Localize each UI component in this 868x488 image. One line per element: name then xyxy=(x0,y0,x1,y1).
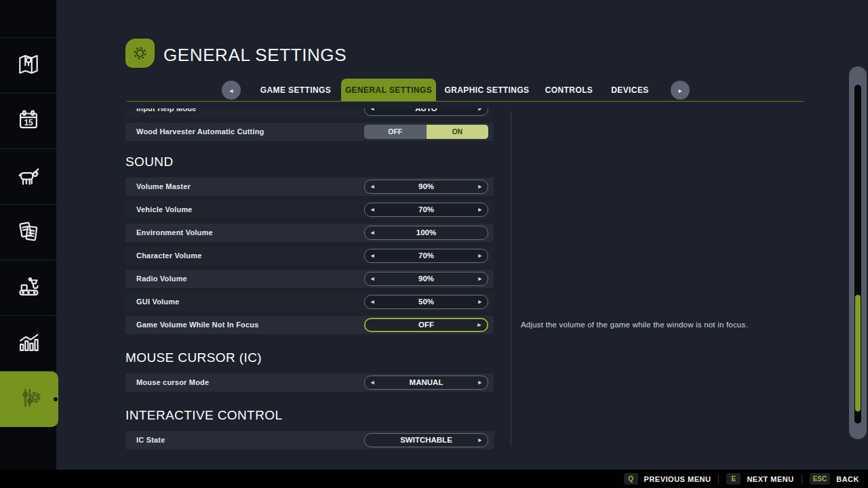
arrow-right-icon[interactable]: ▸ xyxy=(477,319,481,331)
scrollbar xyxy=(849,66,867,439)
selector-value: AUTO xyxy=(415,108,437,113)
setting-description-text: Adjust the volume of the game while the … xyxy=(521,321,819,329)
input-help-mode-selector[interactable]: ◂ AUTO ▸ xyxy=(364,108,488,116)
setting-label: Environment Volume xyxy=(136,224,213,242)
wood-harvester-toggle[interactable]: OFF ON xyxy=(364,125,488,139)
tabbar-underline xyxy=(127,101,804,102)
arrow-left-icon[interactable]: ◂ xyxy=(371,180,374,193)
arrow-right-icon[interactable]: ▸ xyxy=(478,180,481,193)
tab-general-settings[interactable]: GENERAL SETTINGS xyxy=(341,79,436,102)
selector-value: 50% xyxy=(418,298,434,306)
toggle-off-option[interactable]: OFF xyxy=(364,125,427,139)
setting-row-volume-master: Volume Master ◂ 90% ▸ xyxy=(125,178,494,196)
arrow-left-icon[interactable]: ◂ xyxy=(371,203,374,216)
arrow-left-icon[interactable]: ◂ xyxy=(371,226,374,239)
cow-icon xyxy=(16,163,41,191)
ic-state-selector[interactable]: SWITCHABLE ▸ xyxy=(364,433,488,447)
chevron-right-icon: ▸ xyxy=(678,87,682,94)
next-menu-label[interactable]: NEXT MENU xyxy=(747,475,793,483)
sidebar: 15 xyxy=(0,0,56,488)
tabs-prev-button[interactable]: ◂ xyxy=(222,81,241,100)
volume-master-selector[interactable]: ◂ 90% ▸ xyxy=(364,180,488,194)
gui-volume-selector[interactable]: ◂ 50% ▸ xyxy=(364,295,488,309)
arrow-right-icon[interactable]: ▸ xyxy=(478,272,481,285)
sidebar-item-calendar[interactable]: 15 xyxy=(0,94,56,149)
environment-volume-selector[interactable]: ◂ 100% xyxy=(364,226,488,240)
documents-icon xyxy=(16,218,41,247)
chevron-left-icon: ◂ xyxy=(229,87,233,94)
arrow-right-icon[interactable]: ▸ xyxy=(478,434,481,447)
game-volume-not-in-focus-selector[interactable]: OFF ▸ xyxy=(364,318,488,332)
selector-value: 90% xyxy=(418,182,434,190)
arrow-left-icon[interactable]: ◂ xyxy=(371,108,374,115)
vehicle-volume-selector[interactable]: ◂ 70% ▸ xyxy=(364,203,488,217)
gear-badge-icon xyxy=(125,39,155,68)
setting-label: Game Volume While Not In Focus xyxy=(136,316,259,334)
key-badge-q: Q xyxy=(624,473,638,485)
calendar-icon: 15 xyxy=(16,107,41,136)
arrow-right-icon[interactable]: ▸ xyxy=(478,376,481,389)
section-header-mouse-cursor: MOUSE CURSOR (IC) xyxy=(125,348,494,368)
arrow-right-icon[interactable]: ▸ xyxy=(478,296,481,308)
sidebar-item-map[interactable] xyxy=(0,38,56,94)
arrow-right-icon[interactable]: ▸ xyxy=(478,203,481,216)
arrow-left-icon[interactable]: ◂ xyxy=(371,296,374,308)
arrow-right-icon[interactable]: ▸ xyxy=(478,249,481,262)
radio-volume-selector[interactable]: ◂ 90% ▸ xyxy=(364,272,488,286)
settings-list[interactable]: Input Help Mode ◂ AUTO ▸ Wood Harvester … xyxy=(125,108,494,455)
sidebar-item-production[interactable] xyxy=(0,260,56,316)
sidebar-item-general-settings[interactable] xyxy=(0,371,58,427)
selector-value: OFF xyxy=(418,321,434,329)
footer-separator xyxy=(802,474,802,483)
sidebar-item-statistics[interactable] xyxy=(0,316,56,371)
setting-label: Volume Master xyxy=(136,178,191,196)
back-label[interactable]: BACK xyxy=(836,475,859,483)
settings-sliders-gear-icon xyxy=(16,385,42,413)
section-header-sound: SOUND xyxy=(125,152,494,172)
statistics-icon xyxy=(16,329,41,358)
tab-devices[interactable]: DEVICES xyxy=(608,79,652,102)
setting-row-wood-harvester: Wood Harvester Automatic Cutting OFF ON xyxy=(125,123,494,141)
setting-row-environment-volume: Environment Volume ◂ 100% xyxy=(125,224,494,242)
setting-label: Input Help Mode xyxy=(136,108,197,118)
selector-value: MANUAL xyxy=(410,378,443,386)
selector-value: SWITCHABLE xyxy=(400,436,452,444)
sidebar-item-animals[interactable] xyxy=(0,149,56,205)
setting-row-game-volume-not-in-focus: Game Volume While Not In Focus OFF ▸ xyxy=(125,316,494,334)
setting-label: IC State xyxy=(136,431,165,449)
character-volume-selector[interactable]: ◂ 70% ▸ xyxy=(364,249,488,263)
map-icon xyxy=(16,52,41,80)
arrow-left-icon[interactable]: ◂ xyxy=(371,249,374,262)
setting-row-ic-state: IC State SWITCHABLE ▸ xyxy=(125,431,494,449)
setting-label: Mouse cursor Mode xyxy=(136,373,209,392)
selector-value: 100% xyxy=(416,228,436,237)
tab-game-settings[interactable]: GAME SETTINGS xyxy=(255,79,336,102)
setting-label: Character Volume xyxy=(136,247,202,265)
setting-label: Vehicle Volume xyxy=(136,201,193,219)
setting-label: Radio Volume xyxy=(136,270,187,288)
setting-label: Wood Harvester Automatic Cutting xyxy=(136,123,264,141)
tab-graphic-settings[interactable]: GRAPHIC SETTINGS xyxy=(444,79,530,102)
tabs-next-button[interactable]: ▸ xyxy=(671,81,690,100)
setting-row-gui-volume: GUI Volume ◂ 50% ▸ xyxy=(125,293,494,311)
setting-row-vehicle-volume: Vehicle Volume ◂ 70% ▸ xyxy=(125,201,494,219)
selector-value: 90% xyxy=(418,274,434,283)
sidebar-item-finances[interactable] xyxy=(0,205,56,260)
footer-shortcut-bar: Q PREVIOUS MENU E NEXT MENU ESC BACK xyxy=(0,470,868,488)
setting-label: GUI Volume xyxy=(136,293,180,311)
arrow-left-icon[interactable]: ◂ xyxy=(371,272,374,285)
arrow-left-icon[interactable]: ◂ xyxy=(371,376,374,389)
setting-row-character-volume: Character Volume ◂ 70% ▸ xyxy=(125,247,494,265)
footer-separator xyxy=(718,474,719,483)
scrollbar-thumb[interactable] xyxy=(855,295,861,411)
toggle-on-option[interactable]: ON xyxy=(427,125,489,139)
mouse-cursor-mode-selector[interactable]: ◂ MANUAL ▸ xyxy=(364,375,488,390)
tab-controls[interactable]: CONTROLS xyxy=(541,79,597,102)
sidebar-spacer xyxy=(0,0,56,38)
previous-menu-label[interactable]: PREVIOUS MENU xyxy=(644,475,711,483)
arrow-right-icon[interactable]: ▸ xyxy=(478,108,481,115)
selector-value: 70% xyxy=(418,205,434,214)
key-badge-esc: ESC xyxy=(810,473,831,485)
section-header-interactive-control: INTERACTIVE CONTROL xyxy=(125,405,494,426)
scrollbar-track[interactable] xyxy=(854,85,861,424)
